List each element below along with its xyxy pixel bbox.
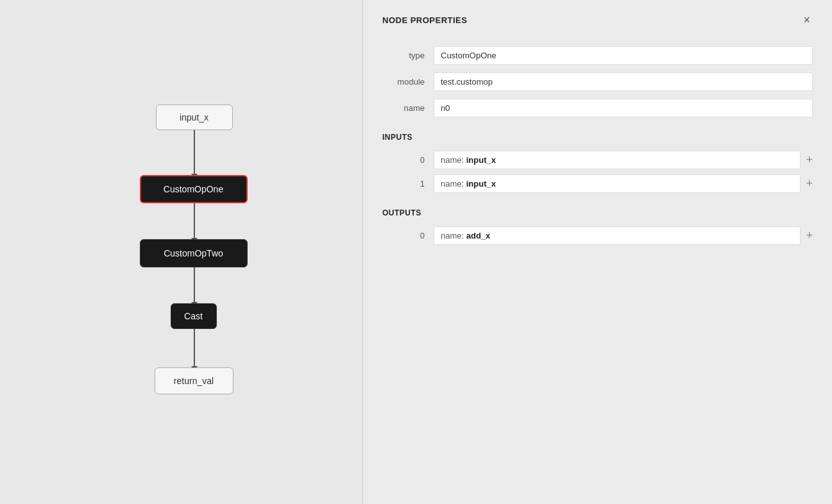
module-row: module test.customop [382, 72, 813, 91]
input-row-1: 1 name: input_x + [382, 174, 813, 193]
output-add-button-0[interactable]: + [801, 229, 813, 242]
input-index-0: 0 [382, 155, 434, 165]
node-label: CustomOpTwo [164, 248, 223, 258]
node-return_val[interactable]: return_val [155, 367, 233, 394]
output-index-0: 0 [382, 231, 434, 240]
properties-panel: NODE PROPERTIES × type CustomOpOne modul… [362, 0, 832, 504]
graph-canvas: input_x CustomOpOne CustomOpTwo Cast ret… [85, 98, 278, 432]
node-input_x[interactable]: input_x [156, 105, 233, 130]
type-value: CustomOpOne [434, 46, 813, 65]
close-button[interactable]: × [801, 13, 813, 27]
type-label: type [382, 51, 434, 60]
node-CustomOpTwo[interactable]: CustomOpTwo [140, 239, 248, 267]
input-name-label-1: name: input_x [441, 179, 496, 189]
graph-panel: input_x CustomOpOne CustomOpTwo Cast ret… [0, 0, 362, 504]
input-add-button-0[interactable]: + [801, 153, 813, 167]
input-add-button-1[interactable]: + [801, 177, 813, 190]
input-row-0: 0 name: input_x + [382, 151, 813, 169]
node-CustomOpOne[interactable]: CustomOpOne [140, 175, 248, 203]
output-name-label-0: name: add_x [441, 231, 490, 240]
node-label: return_val [174, 376, 214, 386]
node-label: Cast [184, 311, 203, 321]
input-index-1: 1 [382, 179, 434, 189]
input-value-0: name: input_x [434, 151, 801, 169]
node-label: CustomOpOne [164, 184, 223, 194]
type-row: type CustomOpOne [382, 46, 813, 65]
name-label: name [382, 103, 434, 113]
input-name-label-0: name: input_x [441, 155, 496, 165]
node-label: input_x [180, 112, 208, 122]
panel-title: NODE PROPERTIES [382, 15, 467, 25]
input-value-1: name: input_x [434, 174, 801, 193]
output-row-0: 0 name: add_x + [382, 226, 813, 245]
node-Cast[interactable]: Cast [171, 303, 217, 329]
module-value: test.customop [434, 72, 813, 91]
output-value-0: name: add_x [434, 226, 801, 245]
name-row: name n0 [382, 99, 813, 117]
name-value: n0 [434, 99, 813, 117]
panel-header: NODE PROPERTIES × [382, 13, 813, 27]
outputs-header: OUTPUTS [382, 208, 813, 217]
inputs-header: INPUTS [382, 133, 813, 142]
module-label: module [382, 77, 434, 87]
